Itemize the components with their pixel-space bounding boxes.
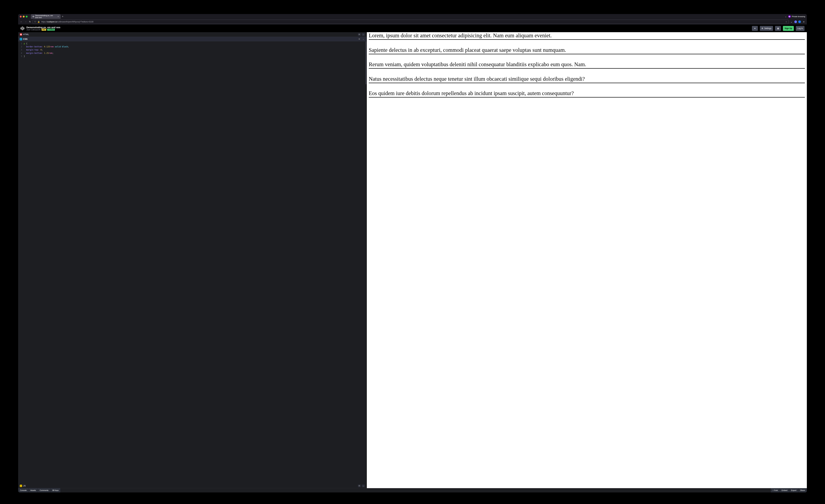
close-window-button[interactable] xyxy=(20,16,22,17)
private-browsing-label: Private browsing xyxy=(792,15,805,17)
comments-button[interactable]: Comments xyxy=(38,488,50,493)
code-text: } xyxy=(24,55,25,58)
address-bar[interactable]: 🛡 🔒 https://codepen.io/collinsworth/pen/… xyxy=(33,20,789,24)
panel-settings-icon[interactable]: ⚙ xyxy=(358,485,361,487)
line-number: 3 xyxy=(18,48,24,52)
pen-title[interactable]: Demonstrating px, em and rem xyxy=(26,26,60,29)
code-text: margin-bottom: 1.25rem; xyxy=(24,52,54,55)
editor-column: ⬣ HTML ⚙ ⌄ ✱ CSS ⚙ ⌄ 1p { 2 border-botto… xyxy=(18,32,367,488)
js-badge-icon: ( ) xyxy=(20,485,22,487)
preview-paragraph: Sapiente delectus in ab excepturi, commo… xyxy=(369,47,805,54)
keys-button[interactable]: ⌘ Keys xyxy=(51,488,61,493)
lock-icon[interactable]: 🔒 xyxy=(38,21,40,23)
private-browsing-badge: Private browsing xyxy=(788,15,805,18)
css-panel-header[interactable]: ✱ CSS ⚙ ⌄ xyxy=(18,37,367,42)
console-button[interactable]: Console xyxy=(18,488,28,493)
html-panel-label: HTML xyxy=(23,33,29,35)
settings-label: Settings xyxy=(764,27,771,29)
html-panel-header[interactable]: ⬣ HTML ⚙ ⌄ xyxy=(18,32,367,37)
panel-settings-icon[interactable]: ⚙ xyxy=(358,38,361,41)
panel-chevron-icon[interactable]: ⌄ xyxy=(362,485,365,487)
pen-author[interactable]: Josh Collinsworth xyxy=(26,29,41,31)
code-text: p { xyxy=(24,42,27,45)
js-panel-label: JS xyxy=(23,485,26,487)
save-to-pocket-icon[interactable]: ⌄ xyxy=(790,20,793,23)
browser-tab-bar: Demonstrating px, em and rem ✕ + ⌄ Priva… xyxy=(18,14,807,19)
signup-button[interactable]: Sign Up xyxy=(783,26,794,31)
login-button[interactable]: Log In xyxy=(796,26,805,31)
layout-button[interactable]: ▦ xyxy=(775,26,781,31)
reload-button[interactable]: ↻ xyxy=(28,20,31,23)
shield-icon[interactable]: 🛡 xyxy=(34,21,36,23)
preview-paragraph: Eos quidem iure debitis dolorum repellen… xyxy=(369,90,805,97)
extension-icon[interactable] xyxy=(798,20,801,23)
settings-button[interactable]: ⚙Settings xyxy=(760,26,773,31)
embed-button[interactable]: Embed xyxy=(779,488,789,493)
url-text: https://codepen.io/collinsworth/pen/WNyv… xyxy=(41,21,93,23)
mask-icon xyxy=(788,15,791,18)
bookmark-star-icon[interactable]: ☆ xyxy=(785,21,787,23)
layout-icon: ▦ xyxy=(777,27,779,29)
assets-button[interactable]: Assets xyxy=(28,488,38,493)
css-panel-label: CSS xyxy=(23,38,27,40)
codepen-header: Demonstrating px, em and rem Josh Collin… xyxy=(18,24,807,32)
app-menu-icon[interactable]: ≡ xyxy=(802,20,805,23)
gear-icon: ⚙ xyxy=(761,27,763,29)
line-number: 1 xyxy=(18,42,24,45)
pen-title-block: Demonstrating px, em and rem Josh Collin… xyxy=(26,26,60,31)
export-button[interactable]: Export xyxy=(789,488,798,493)
preview-paragraph: Lorem, ipsum dolor sit amet consectetur … xyxy=(369,32,805,40)
code-text: margin-top: 0; xyxy=(24,48,43,52)
code-text: border-bottom: 0.125rem solid black; xyxy=(24,45,69,48)
preview-paragraph: Natus necessitatibus delectus neque tene… xyxy=(369,76,805,83)
css-badge-icon: ✱ xyxy=(20,38,22,40)
extension-icon[interactable] xyxy=(794,20,797,23)
line-number: 4 xyxy=(18,52,24,55)
line-number: 2 xyxy=(18,45,24,48)
js-panel-header[interactable]: ( ) JS ⚙ ⌄ xyxy=(18,484,367,488)
panel-settings-icon[interactable]: ⚙ xyxy=(358,33,361,36)
css-editor[interactable]: 1p { 2 border-bottom: 0.125rem solid bla… xyxy=(18,42,367,484)
tab-title: Demonstrating px, em and rem xyxy=(35,14,57,18)
codepen-favicon xyxy=(32,15,34,17)
codepen-main: ⬣ HTML ⚙ ⌄ ✱ CSS ⚙ ⌄ 1p { 2 border-botto… xyxy=(18,32,807,488)
browser-window: Demonstrating px, em and rem ✕ + ⌄ Priva… xyxy=(18,14,807,493)
close-tab-icon[interactable]: ✕ xyxy=(57,15,59,18)
preview-pane[interactable]: Lorem, ipsum dolor sit amet consectetur … xyxy=(367,32,807,488)
browser-tab[interactable]: Demonstrating px, em and rem ✕ xyxy=(31,14,61,19)
fork-button[interactable]: ⑂ Fork xyxy=(770,488,779,493)
new-tab-button[interactable]: + xyxy=(62,15,63,18)
tabs-dropdown-icon[interactable]: ⌄ xyxy=(785,15,786,18)
follow-button[interactable]: + Follow xyxy=(47,29,55,31)
codepen-logo-icon[interactable] xyxy=(20,26,24,30)
preview-paragraph: Rerum veniam, quidem voluptatibus deleni… xyxy=(369,61,805,69)
codepen-footer: Console Assets Comments ⌘ Keys ⑂ Fork Em… xyxy=(18,488,807,493)
panel-chevron-icon[interactable]: ⌄ xyxy=(362,33,365,36)
window-controls xyxy=(20,16,27,17)
maximize-window-button[interactable] xyxy=(26,16,27,17)
line-number: 5 xyxy=(18,55,24,58)
pro-badge: PRO xyxy=(42,29,46,31)
browser-toolbar: ← → ↻ 🛡 🔒 https://codepen.io/collinswort… xyxy=(18,19,807,24)
html-badge-icon: ⬣ xyxy=(20,33,22,35)
forward-button: → xyxy=(24,20,27,23)
minimize-window-button[interactable] xyxy=(23,16,24,17)
share-button[interactable]: Share xyxy=(798,488,807,493)
back-button[interactable]: ← xyxy=(20,20,23,23)
heart-icon: ♥ xyxy=(754,27,755,29)
panel-chevron-icon[interactable]: ⌄ xyxy=(362,38,365,41)
love-button[interactable]: ♥ xyxy=(752,26,758,31)
